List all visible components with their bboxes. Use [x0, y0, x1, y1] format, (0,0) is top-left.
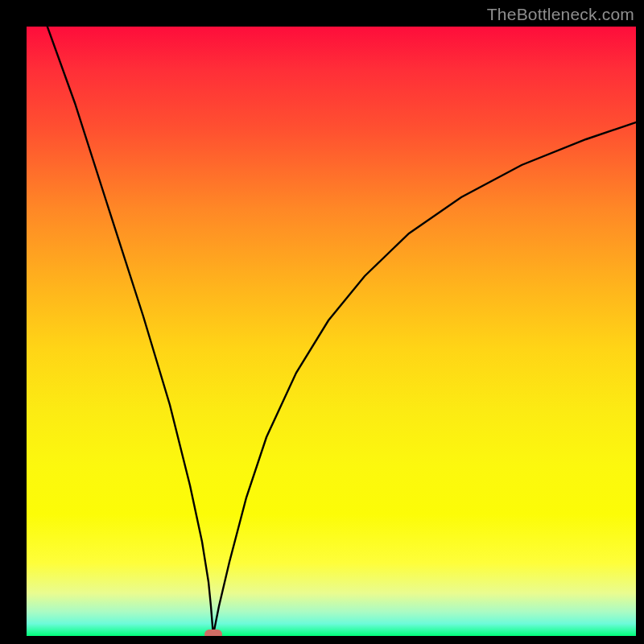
chart-frame: TheBottleneck.com — [0, 0, 644, 644]
plot-area — [27, 27, 636, 636]
watermark-text: TheBottleneck.com — [487, 5, 634, 24]
bottleneck-curve — [46, 27, 636, 634]
curve-layer — [27, 27, 636, 636]
optimal-marker — [204, 630, 222, 636]
